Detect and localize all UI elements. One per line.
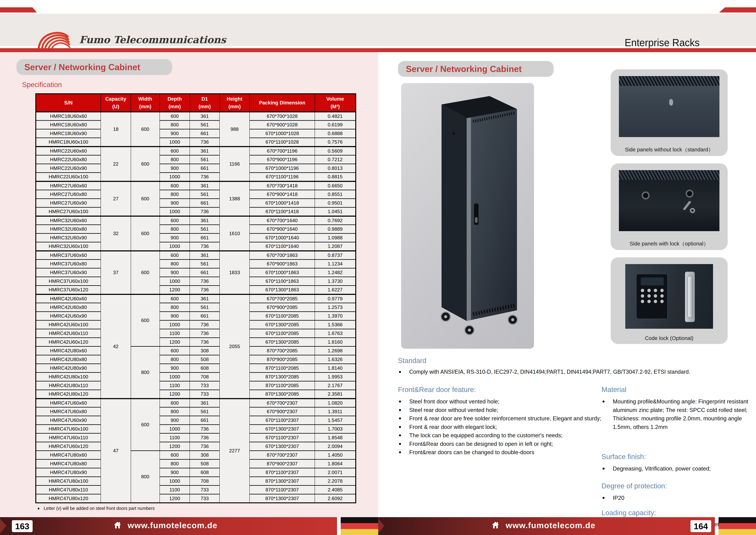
sn-cell: HMRC47U80x60 bbox=[36, 451, 101, 459]
sn-cell: HMRC47U60x110 bbox=[36, 433, 101, 442]
d1-cell: 736 bbox=[190, 277, 220, 286]
volume-cell: 1.0988 bbox=[315, 234, 356, 242]
table-row: HMRC47U80x80800508870*900*23071.8064 bbox=[36, 459, 356, 468]
d1-cell: 308 bbox=[190, 347, 220, 355]
right-page-number: 164 bbox=[690, 520, 711, 532]
table-row: HMRC37U60x1201200736670*1300*18631.6227 bbox=[36, 286, 356, 294]
d1-cell: 361 bbox=[190, 251, 220, 260]
caption-side-panel-standard: Side panels without lock（standard） bbox=[611, 146, 728, 153]
sn-cell: HMRC22U60x80 bbox=[36, 155, 101, 164]
table-row: HMRC47U60x90900661670*1100*23071.5457 bbox=[36, 416, 356, 425]
d1-cell: 561 bbox=[190, 121, 220, 129]
packing-cell: 870*700*2085 bbox=[250, 347, 315, 355]
loading-capacity-heading: Loading capacity: bbox=[602, 509, 656, 517]
table-row: HMRC42U60x90900661670*1100*20851.3970 bbox=[36, 312, 356, 320]
capacity-cell: 22 bbox=[101, 147, 131, 181]
volume-cell: 1.8140 bbox=[315, 364, 356, 373]
website-url[interactable]: www.fumotelecom.de bbox=[128, 521, 217, 530]
depth-cell: 900 bbox=[160, 364, 190, 373]
sn-cell: HMRC47U80x80 bbox=[36, 459, 101, 468]
packing-cell: 670*1100*1418 bbox=[250, 207, 315, 216]
packing-cell: 670*1300*2307 bbox=[250, 442, 315, 451]
depth-cell: 1000 bbox=[160, 277, 190, 286]
sn-cell: HMRC42U60x110 bbox=[36, 329, 101, 338]
sn-cell: HMRC47U60x100 bbox=[36, 425, 101, 433]
sn-cell: HMRC42U80x120 bbox=[36, 390, 101, 399]
standard-bullet: Comply with ANSI/EIA, RS-310-D, IEC297-2… bbox=[398, 368, 748, 376]
home-icon bbox=[491, 521, 500, 530]
sn-cell: HMRC42U60x90 bbox=[36, 312, 101, 320]
volume-cell: 0.7212 bbox=[315, 155, 356, 164]
volume-cell: 2.4085 bbox=[315, 486, 356, 494]
volume-cell: 1.8160 bbox=[315, 338, 356, 347]
volume-cell: 0.8551 bbox=[315, 190, 356, 199]
packing-cell: 670*1000*1196 bbox=[250, 164, 315, 173]
volume-cell: 0.8815 bbox=[315, 173, 356, 181]
table-row: HMRC47U60x1201200736670*1300*23072.0094 bbox=[36, 442, 356, 451]
table-row: HMRC42U80x60800600308870*700*20851.2698 bbox=[36, 347, 356, 355]
d1-cell: 661 bbox=[190, 129, 220, 138]
d1-cell: 661 bbox=[190, 312, 220, 320]
packing-cell: 670*900*1196 bbox=[250, 155, 315, 164]
d1-cell: 736 bbox=[190, 433, 220, 442]
d1-cell: 661 bbox=[190, 164, 220, 173]
volume-cell: 1.0451 bbox=[315, 207, 356, 216]
specification-table-wrap: S/NCapacity (U)Width (mm)Depth (mm)D1 (m… bbox=[35, 93, 356, 503]
depth-cell: 900 bbox=[160, 312, 190, 320]
packing-cell: 670*1300*1863 bbox=[250, 286, 315, 294]
website-url[interactable]: www.fumotelecom.de bbox=[506, 521, 595, 530]
column-header: S/N bbox=[36, 94, 101, 112]
sn-cell: HMRC42U60x80 bbox=[36, 303, 101, 312]
volume-cell: 0.8013 bbox=[315, 164, 356, 173]
d1-cell: 561 bbox=[190, 260, 220, 268]
packing-cell: 870*900*2085 bbox=[250, 355, 315, 364]
sn-cell: HMRC32U60x90 bbox=[36, 234, 101, 242]
table-row: HMRC32U60x1001000736670*1100*16401.2087 bbox=[36, 242, 356, 251]
top-left-accent-shape bbox=[0, 7, 37, 13]
table-header-row: S/NCapacity (U)Width (mm)Depth (mm)D1 (m… bbox=[36, 94, 356, 112]
sn-cell: HMRC22U60x100 bbox=[36, 173, 101, 181]
depth-cell: 800 bbox=[160, 407, 190, 416]
packing-cell: 870*1100*2307 bbox=[250, 486, 315, 494]
table-row: HMRC32U60x90900661670*1000*16401.0988 bbox=[36, 234, 356, 242]
sn-cell: HMRC37U60x100 bbox=[36, 277, 101, 286]
door-feature-bullet: Front & rear door with elegant lock; bbox=[398, 423, 603, 431]
depth-cell: 600 bbox=[160, 216, 190, 225]
lock-icon bbox=[642, 191, 650, 199]
width-cell: 800 bbox=[131, 347, 160, 399]
d1-cell: 561 bbox=[190, 190, 220, 199]
code-lock-card: Code lock (Optional) bbox=[611, 257, 728, 344]
depth-cell: 900 bbox=[160, 416, 190, 425]
sn-cell: HMRC22U60x90 bbox=[36, 164, 101, 173]
keypad-screen bbox=[641, 277, 664, 285]
table-row: HMRC32U60x80800561670*900*16400.9889 bbox=[36, 225, 356, 234]
standard-heading: Standard bbox=[398, 356, 426, 365]
sn-cell: HMRC47U80x110 bbox=[36, 486, 101, 494]
packing-cell: 670*1100*1640 bbox=[250, 242, 315, 251]
table-row: HMRC27U60x90900661670*1000*14180.9501 bbox=[36, 199, 356, 207]
packing-cell: 670*1100*2085 bbox=[250, 312, 315, 320]
volume-cell: 1.5366 bbox=[315, 320, 356, 329]
left-page-title-pill: Server / Networking Cabinet bbox=[16, 59, 172, 75]
height-cell: 1610 bbox=[220, 216, 249, 251]
side-panel-optional-card: Side panels with lock（optional） bbox=[611, 163, 728, 250]
left-footer-site: www.fumotelecom.de bbox=[113, 521, 217, 530]
depth-cell: 1000 bbox=[160, 373, 190, 381]
depth-cell: 600 bbox=[160, 294, 190, 303]
volume-cell: 1.3730 bbox=[315, 277, 356, 286]
depth-cell: 900 bbox=[160, 234, 190, 242]
d1-cell: 361 bbox=[190, 399, 220, 407]
sn-cell: HMRC47U60x60 bbox=[36, 399, 101, 407]
column-header: Volume (M³) bbox=[315, 94, 356, 112]
cabinet-photo-card bbox=[401, 83, 534, 349]
degree-of-protection-list: IP20 bbox=[602, 494, 752, 502]
depth-cell: 800 bbox=[160, 303, 190, 312]
packing-cell: 670*1100*2085 bbox=[250, 329, 315, 338]
table-row: HMRC42U80x1201200733870*1300*20852.3581 bbox=[36, 390, 356, 399]
table-row: HMRC47U60x1101100736670*1100*23071.8548 bbox=[36, 433, 356, 442]
d1-cell: 361 bbox=[190, 181, 220, 190]
packing-cell: 670*900*1640 bbox=[250, 225, 315, 234]
d1-cell: 736 bbox=[190, 442, 220, 451]
keypad-buttons bbox=[641, 289, 664, 303]
d1-cell: 661 bbox=[190, 416, 220, 425]
